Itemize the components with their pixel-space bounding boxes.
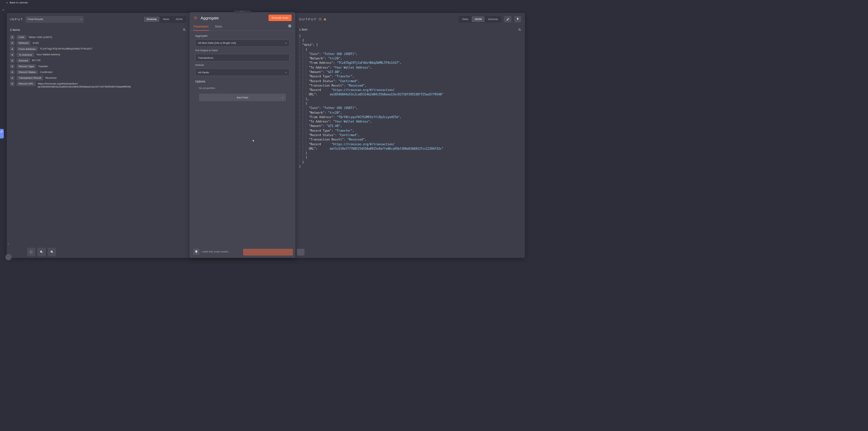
chevron-down-icon: ▾ <box>282 96 283 99</box>
field-value: $17.00 <box>32 58 40 62</box>
obscured-execute-button[interactable] <box>243 249 293 256</box>
field-key[interactable]: Transaction Result <box>17 76 43 80</box>
schema-row[interactable]: ARecord StatusConfirmed <box>10 70 186 74</box>
no-properties-text: No properties <box>195 87 290 90</box>
field-value: TCz47XgC9TjCeF4UzfB6qZbM9LTF9s1tG7 <box>40 46 92 50</box>
tab-json[interactable]: JSON <box>173 17 185 22</box>
search-icon[interactable] <box>518 28 521 32</box>
tab-schema[interactable]: Schema <box>485 16 501 22</box>
input-source-select[interactable]: Final Results ▾ <box>25 16 84 23</box>
options-heading: Options <box>195 80 290 83</box>
fit-view-button[interactable] <box>27 248 36 256</box>
tab-parameters[interactable]: Parameters <box>193 23 209 31</box>
field-key[interactable]: From Address <box>17 46 38 51</box>
tab-table[interactable]: Table <box>160 17 172 22</box>
param-put-output-label: Put Output in Field <box>195 49 290 52</box>
field-key[interactable]: Record Type <box>17 64 36 69</box>
schema-row[interactable]: ATo AddressYour Wallet Address <box>10 52 186 57</box>
drag-handle-icon[interactable]: ⠿⠿ <box>234 11 251 13</box>
input-heading: INPUT <box>10 18 23 21</box>
warning-icon[interactable] <box>323 18 327 21</box>
field-value: Transfer <box>38 64 48 68</box>
back-to-canvas-link[interactable]: Back to canvas <box>9 1 28 4</box>
input-panel: INPUT Final Results ▾ Schema Table JSON … <box>7 13 190 258</box>
tab-table[interactable]: Table <box>459 16 471 22</box>
field-key[interactable]: To Address <box>17 52 34 57</box>
tab-docs[interactable]: Docs <box>215 23 222 31</box>
zoom-out-button[interactable] <box>48 248 56 256</box>
output-items-count: 1 item <box>299 28 308 31</box>
output-panel: OUTPUT i Table JSON Schema 1 item <box>295 13 525 258</box>
param-put-output-input[interactable]: Transactions <box>195 54 290 61</box>
chevron-down-icon: ▾ <box>285 71 287 74</box>
type-badge: A <box>10 58 14 63</box>
chevron-down-icon: ▾ <box>81 18 82 20</box>
help-icon[interactable]: ? <box>7 243 9 246</box>
execute-node-button[interactable]: Execute node <box>269 15 292 21</box>
type-badge: A <box>10 35 14 39</box>
search-icon[interactable] <box>183 28 186 32</box>
pin-output-button[interactable] <box>514 16 521 23</box>
field-value: trc20 <box>33 41 39 44</box>
field-value: https://tronscan.org/#/transaction/ ae18… <box>38 81 152 88</box>
avatar[interactable] <box>5 254 12 260</box>
input-view-tabs: Schema Table JSON <box>143 16 186 23</box>
input-items-count: 2 items <box>10 28 20 32</box>
field-key[interactable]: Coin <box>17 35 26 39</box>
input-source-value: Final Results <box>27 18 43 21</box>
back-arrow-icon[interactable] <box>5 1 8 4</box>
field-value: Received <box>45 76 56 79</box>
lightbulb-icon[interactable] <box>193 249 199 255</box>
field-key[interactable]: Amount <box>17 58 30 63</box>
add-field-button[interactable]: Add Field ▾ <box>199 94 286 101</box>
side-handle[interactable] <box>0 129 4 138</box>
type-badge: A <box>10 41 14 45</box>
node-config-panel: ⠿⠿ Aggregate Execute node Parameters Doc… <box>190 12 295 258</box>
field-value: Confirmed <box>40 70 53 74</box>
field-key[interactable]: Record URL <box>17 81 36 86</box>
field-key[interactable]: Record Status <box>17 70 38 74</box>
schema-row[interactable]: ANetworktrc20 <box>10 41 186 45</box>
schema-row[interactable]: AFrom AddressTCz47XgC9TjCeF4UzfB6qZbM9LT… <box>10 46 186 51</box>
json-output[interactable]: [ { "data": [ { "Coin": "Tether USD (USD… <box>299 34 521 169</box>
info-icon[interactable]: i <box>318 18 322 21</box>
canvas-glyph-icon: ⊕ <box>2 8 4 11</box>
topbar: Back to canvas <box>0 0 532 5</box>
field-value: Your Wallet Address <box>36 52 60 56</box>
schema-row[interactable]: ATransaction ResultReceived <box>10 76 186 80</box>
edit-output-button[interactable] <box>504 16 511 23</box>
output-view-tabs: Table JSON Schema <box>458 16 501 23</box>
node-editor-panel: INPUT Final Results ▾ Schema Table JSON … <box>7 13 525 258</box>
type-badge: A <box>10 64 14 69</box>
param-include-select[interactable]: All Fields ▾ <box>195 69 290 76</box>
type-badge: A <box>10 46 14 51</box>
tab-json[interactable]: JSON <box>472 16 485 22</box>
output-heading: OUTPUT <box>299 18 317 21</box>
canvas-zoom-controls <box>27 248 56 256</box>
type-badge: A <box>10 76 14 80</box>
chevron-down-icon: ▾ <box>285 42 287 44</box>
obscured-button[interactable] <box>297 249 304 256</box>
zoom-in-button[interactable] <box>37 248 46 256</box>
tab-schema[interactable]: Schema <box>144 17 159 22</box>
param-include-label: Include <box>195 63 290 67</box>
schema-row[interactable]: ARecord URLhttps://tronscan.org/#/transa… <box>10 81 186 88</box>
type-badge: A <box>10 81 14 86</box>
gear-icon[interactable] <box>288 24 292 28</box>
param-aggregate-select[interactable]: All Item Data (Into a Single List) ▾ <box>195 39 290 47</box>
param-aggregate-label: Aggregate <box>195 34 290 37</box>
schema-row[interactable]: ACoinTether USD (USDT) <box>10 35 186 39</box>
type-badge: A <box>10 52 14 57</box>
node-title: Aggregate <box>201 16 219 20</box>
schema-row[interactable]: ARecord TypeTransfer <box>10 64 186 69</box>
schema-list: ACoinTether USD (USDT)ANetworktrc20AFrom… <box>10 35 186 88</box>
field-key[interactable]: Network <box>17 41 31 45</box>
wish-text[interactable]: I wish this node would… <box>201 250 231 253</box>
field-value: Tether USD (USDT) <box>28 35 52 39</box>
schema-row[interactable]: AAmount$17.00 <box>10 58 186 63</box>
type-badge: A <box>10 70 14 74</box>
aggregate-node-icon <box>193 15 199 20</box>
